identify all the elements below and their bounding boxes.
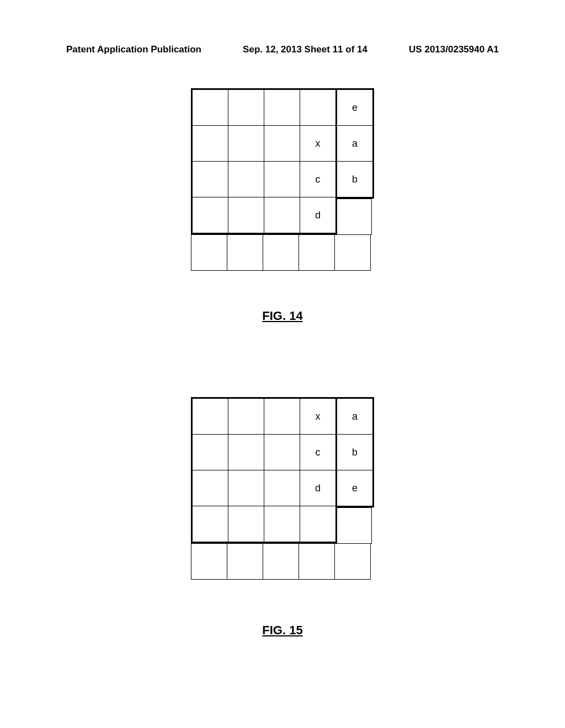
figure-14-left-grid: x c d bbox=[191, 88, 337, 234]
grid-cell bbox=[264, 506, 300, 543]
table-row bbox=[336, 199, 372, 235]
table-row bbox=[192, 506, 337, 543]
grid-cell bbox=[264, 162, 300, 197]
grid-cell bbox=[192, 162, 228, 197]
grid-cell bbox=[264, 197, 300, 234]
grid-cell bbox=[192, 126, 228, 162]
figure-14: x c d e bbox=[191, 88, 374, 271]
grid-cell bbox=[263, 544, 299, 580]
grid-cell bbox=[192, 89, 228, 126]
grid-cell bbox=[264, 126, 300, 162]
grid-cell: x bbox=[300, 126, 337, 162]
grid-cell bbox=[228, 197, 264, 234]
grid-cell bbox=[228, 126, 264, 162]
table-row: b bbox=[337, 162, 374, 198]
grid-cell bbox=[263, 235, 299, 271]
table-row bbox=[192, 89, 337, 126]
grid-cell bbox=[264, 470, 300, 506]
header-right: US 2013/0235940 A1 bbox=[409, 44, 499, 55]
grid-cell bbox=[191, 235, 227, 271]
table-row: e bbox=[337, 470, 374, 507]
grid-cell bbox=[300, 506, 337, 543]
table-row: b bbox=[337, 435, 374, 470]
figure-15-right-block: a b e bbox=[335, 397, 374, 544]
figure-15-right-extra bbox=[335, 507, 372, 544]
grid-cell: e bbox=[337, 89, 374, 126]
figure-15-right-grid: a b e bbox=[335, 397, 374, 507]
grid-cell: c bbox=[300, 162, 337, 197]
grid-cell: b bbox=[337, 435, 374, 470]
figure-14-label: FIG. 14 bbox=[262, 309, 302, 323]
grid-cell bbox=[192, 506, 228, 543]
grid-cell: e bbox=[337, 470, 374, 507]
grid-cell bbox=[227, 544, 263, 580]
grid-cell: a bbox=[337, 398, 374, 435]
table-row bbox=[191, 235, 371, 271]
grid-cell bbox=[299, 235, 335, 271]
grid-cell bbox=[264, 398, 300, 435]
figure-15-left-block: x c d bbox=[191, 397, 337, 543]
figure-15-grid-wrapper: x c d bbox=[191, 397, 374, 544]
grid-cell: d bbox=[300, 470, 337, 506]
table-row: a bbox=[337, 398, 374, 435]
figure-14-bottom-row bbox=[191, 234, 371, 271]
table-row: d bbox=[192, 197, 337, 234]
grid-cell: x bbox=[300, 398, 337, 435]
figure-14-right-extra bbox=[335, 199, 372, 235]
figure-15-bottom-row bbox=[191, 543, 371, 580]
table-row: a bbox=[337, 126, 374, 162]
figure-15-left-grid: x c d bbox=[191, 397, 337, 543]
grid-cell bbox=[335, 544, 371, 580]
grid-cell bbox=[228, 162, 264, 197]
header-left: Patent Application Publication bbox=[66, 44, 201, 55]
grid-cell bbox=[336, 508, 372, 544]
grid-cell: c bbox=[300, 435, 337, 470]
grid-cell bbox=[192, 470, 228, 506]
table-row: c bbox=[192, 162, 337, 197]
table-row: x bbox=[192, 126, 337, 162]
table-row: d bbox=[192, 470, 337, 506]
grid-cell bbox=[228, 89, 264, 126]
figure-14-grid-wrapper: x c d e bbox=[191, 88, 374, 235]
grid-cell bbox=[192, 435, 228, 470]
grid-cell bbox=[191, 544, 227, 580]
page-header: Patent Application Publication Sep. 12, … bbox=[0, 44, 565, 55]
header-center: Sep. 12, 2013 Sheet 11 of 14 bbox=[243, 44, 367, 55]
grid-cell bbox=[228, 398, 264, 435]
grid-cell bbox=[335, 235, 371, 271]
grid-cell bbox=[264, 89, 300, 126]
table-row: e bbox=[337, 89, 374, 126]
table-row: c bbox=[192, 435, 337, 470]
figure-15-label: FIG. 15 bbox=[262, 623, 302, 638]
figure-15: x c d bbox=[191, 397, 374, 580]
figure-14-left-block: x c d bbox=[191, 88, 337, 234]
table-row: x bbox=[192, 398, 337, 435]
grid-cell bbox=[192, 398, 228, 435]
figure-14-right-grid: e a b bbox=[335, 88, 374, 199]
grid-cell bbox=[192, 197, 228, 234]
grid-cell bbox=[228, 435, 264, 470]
grid-cell bbox=[228, 470, 264, 506]
grid-cell: d bbox=[300, 197, 337, 234]
table-row bbox=[191, 544, 371, 580]
figure-14-right-block: e a b bbox=[335, 88, 374, 235]
grid-cell: a bbox=[337, 126, 374, 162]
grid-cell bbox=[336, 199, 372, 235]
grid-cell bbox=[227, 235, 263, 271]
grid-cell bbox=[228, 506, 264, 543]
table-row bbox=[336, 508, 372, 544]
grid-cell: b bbox=[337, 162, 374, 198]
grid-cell bbox=[299, 544, 335, 580]
grid-cell bbox=[264, 435, 300, 470]
grid-cell bbox=[300, 89, 337, 126]
